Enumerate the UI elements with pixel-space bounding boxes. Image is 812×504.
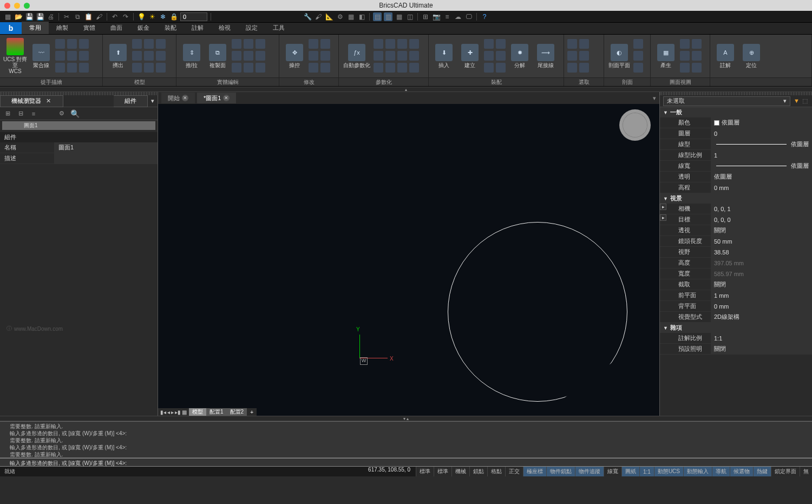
p7-icon[interactable] [397, 39, 407, 49]
panel2-icon[interactable]: ▥ [384, 12, 392, 21]
p11-icon[interactable] [409, 51, 419, 61]
status-toggle[interactable]: 動態輸入 [683, 467, 712, 476]
sc3-icon[interactable] [633, 63, 643, 73]
m5-icon[interactable] [320, 51, 330, 61]
pushpull-button[interactable]: ⇕推/拉 [180, 36, 204, 76]
panel3-icon[interactable]: ▦ [395, 12, 403, 21]
se6-icon[interactable] [244, 63, 253, 73]
close-window-icon[interactable] [4, 3, 10, 9]
zoom-window-icon[interactable] [24, 3, 30, 9]
wedge-icon[interactable] [144, 63, 154, 73]
status-toggle[interactable]: 物件鎖點 [546, 467, 575, 476]
prop-value[interactable]: 397.05 mm [711, 258, 812, 268]
expand-icon[interactable]: ▸ [660, 214, 666, 221]
prev-icon[interactable]: ◂ [167, 409, 170, 415]
se7-icon[interactable] [256, 39, 265, 49]
create-button[interactable]: ✚建立 [458, 36, 482, 76]
dv4-icon[interactable] [692, 39, 702, 49]
tool3-icon[interactable]: ▦ [346, 12, 355, 21]
se4-icon[interactable] [244, 39, 253, 49]
a4-icon[interactable] [496, 39, 506, 49]
freeze-icon[interactable]: ❄ [159, 12, 167, 21]
sun-icon[interactable]: ☀ [148, 12, 156, 21]
copyface-button[interactable]: ⧉複製面 [206, 36, 230, 76]
m1-icon[interactable] [309, 39, 318, 49]
layer-combo[interactable]: 0 [180, 12, 207, 21]
prop-category[interactable]: ▼ 視景 [660, 193, 812, 204]
circle-icon[interactable] [55, 63, 65, 73]
s5-icon[interactable] [579, 51, 589, 61]
tab-settings[interactable]: 設定 [238, 22, 265, 34]
tab-overflow-icon[interactable]: ▾ [653, 95, 656, 102]
status-toggle[interactable]: 物件追蹤 [575, 467, 604, 476]
status-toggle[interactable]: 動態UCS [654, 467, 683, 476]
cut-icon[interactable]: ✂ [62, 12, 71, 21]
p6-icon[interactable] [385, 63, 395, 73]
generate-button[interactable]: ▦產生 [654, 36, 678, 76]
status-toggle[interactable]: 導航 [712, 467, 730, 476]
app-logo[interactable]: b [0, 22, 22, 34]
ribbon-collapse[interactable]: ▴ [0, 87, 812, 92]
prop-value[interactable]: 依圖層 [711, 172, 812, 182]
a2-icon[interactable] [484, 51, 494, 61]
s2-icon[interactable] [567, 51, 577, 61]
tool2-icon[interactable]: ⚙ [336, 12, 344, 21]
annotate-button[interactable]: A註解 [713, 36, 737, 76]
tab-surface[interactable]: 曲面 [103, 22, 130, 34]
doc-tab-drawing1[interactable]: *圖面1✕ [197, 93, 236, 103]
prop-value[interactable]: 關閉 [711, 225, 812, 235]
s4-icon[interactable] [579, 39, 589, 49]
status-toggle[interactable]: 正交 [505, 467, 523, 476]
close-icon[interactable]: ✕ [44, 97, 52, 105]
prop-value[interactable]: 1:1 [711, 333, 812, 343]
minimize-window-icon[interactable] [14, 3, 20, 9]
ucs-wcs-button[interactable]: UCS 對齊至 WCS [3, 36, 27, 76]
autoparam-button[interactable]: ƒx自動參數化 [342, 36, 371, 76]
p12-icon[interactable] [409, 63, 419, 73]
layout-model[interactable]: 模型 [189, 408, 206, 416]
lt1-icon[interactable]: ⊞ [3, 109, 12, 118]
command-history[interactable]: 需要整數. 請重新輸入.輸入多邊形邊的數目, 或 [線寬 (W)/多重 (M)]… [0, 421, 812, 458]
new-icon[interactable]: ▦ [3, 12, 12, 21]
tab-home[interactable]: 常用 [22, 22, 49, 34]
prop-value[interactable]: 依圖層 [711, 139, 812, 149]
m4-icon[interactable] [320, 39, 330, 49]
redo-icon[interactable]: ↷ [121, 12, 130, 21]
dv6-icon[interactable] [692, 63, 702, 73]
se5-icon[interactable] [244, 51, 253, 61]
tool4-icon[interactable]: ◧ [357, 12, 366, 21]
grid-icon[interactable]: ⊞ [421, 12, 430, 21]
helix-icon[interactable] [79, 63, 89, 73]
s6-icon[interactable] [579, 63, 589, 73]
measure-icon[interactable]: 📐 [325, 12, 333, 21]
a1-icon[interactable] [484, 39, 494, 49]
prop-value[interactable]: 關閉 [711, 344, 812, 354]
prop-value[interactable]: 50 mm [711, 236, 812, 246]
layout-2[interactable]: 配置2 [227, 408, 247, 416]
tab-assembly[interactable]: 裝配 [157, 22, 184, 34]
view-cube[interactable] [619, 109, 651, 141]
prop-val[interactable] [54, 153, 158, 163]
spline-icon[interactable] [67, 39, 77, 49]
prop-value[interactable]: 585.97 mm [711, 269, 812, 279]
cyl-icon[interactable] [132, 51, 142, 61]
saveas-icon[interactable]: 💾 [36, 12, 44, 21]
dv3-icon[interactable] [680, 63, 690, 73]
cam-icon[interactable]: 📷 [432, 12, 441, 21]
status-toggle[interactable]: 標準 [434, 467, 451, 476]
panel-collapse[interactable]: ▾ ▴ [0, 416, 812, 421]
status-toggle[interactable]: 標準 [416, 467, 434, 476]
undo-icon[interactable]: ↶ [110, 12, 119, 21]
help-icon[interactable]: ? [480, 12, 489, 21]
ellipse-icon[interactable] [67, 51, 77, 61]
p4-icon[interactable] [385, 39, 395, 49]
brush-icon[interactable]: 🖌 [314, 12, 323, 21]
prop-value[interactable]: 1 mm [711, 290, 812, 300]
se2-icon[interactable] [232, 51, 241, 61]
dv2-icon[interactable] [680, 51, 690, 61]
next-icon[interactable]: ▸ [171, 409, 174, 415]
tab-component[interactable]: 組件 [114, 95, 148, 107]
m2-icon[interactable] [309, 51, 318, 61]
rev-icon[interactable] [79, 51, 89, 61]
p2-icon[interactable] [374, 51, 383, 61]
